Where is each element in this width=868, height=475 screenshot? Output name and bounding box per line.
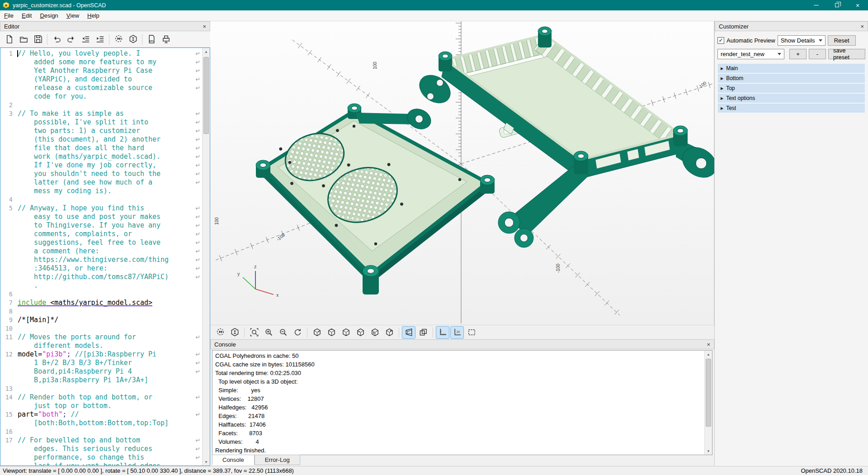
- save-preset-button[interactable]: save preset: [828, 49, 865, 59]
- add-preset-button[interactable]: +: [789, 49, 807, 59]
- code-row: :3464513, or here:↵: [0, 264, 202, 273]
- zoom-out-button[interactable]: [276, 326, 290, 339]
- section-test[interactable]: ▶Test: [718, 104, 865, 113]
- view-top-button[interactable]: [325, 326, 338, 339]
- editor-scrollbar-thumb[interactable]: [203, 57, 209, 134]
- line-number: 2: [0, 101, 18, 109]
- indent-button[interactable]: [93, 33, 107, 46]
- menu-item-help[interactable]: Help: [83, 10, 104, 21]
- preset-dropdown[interactable]: render_test_new: [717, 49, 784, 59]
- view-all-button[interactable]: [465, 326, 478, 339]
- wrap-indicator-icon: ↵: [194, 204, 202, 213]
- open-file-button[interactable]: [16, 33, 31, 46]
- remove-preset-button[interactable]: -: [809, 49, 826, 59]
- wrap-indicator-icon: ↵: [194, 152, 202, 161]
- customizer-close-icon[interactable]: ×: [860, 23, 864, 30]
- show-axes-button[interactable]: [436, 326, 449, 339]
- perspective-button[interactable]: [402, 326, 415, 339]
- line-number: [0, 75, 18, 84]
- section-text-options[interactable]: ▶Text options: [718, 94, 865, 103]
- tab-error-log[interactable]: Error-Log: [255, 455, 300, 465]
- code-row: release a customizable source↵: [0, 84, 202, 92]
- view-left-button[interactable]: [354, 326, 367, 339]
- preview-button[interactable]: [111, 33, 126, 46]
- unindent-button[interactable]: [78, 33, 93, 46]
- console-scrollbar[interactable]: ▲ ▼: [704, 351, 712, 455]
- orthogonal-button[interactable]: [416, 326, 430, 339]
- svg-text:-100: -100: [275, 232, 286, 242]
- view-back-button[interactable]: [382, 326, 396, 339]
- show-scale-markers-button[interactable]: 10: [450, 326, 464, 339]
- menu-item-file[interactable]: File: [0, 10, 18, 21]
- show-details-dropdown[interactable]: Show Details: [778, 35, 826, 46]
- line-number: [0, 230, 18, 238]
- view-bottom-button[interactable]: [339, 326, 353, 339]
- send-to-printer-button[interactable]: [159, 33, 173, 46]
- code-row: If I've done my job correctly,↵: [0, 161, 202, 170]
- code-row: just top or bottom.: [0, 402, 202, 410]
- tab-console[interactable]: Console: [212, 455, 255, 465]
- new-file-button[interactable]: [2, 33, 16, 46]
- redo-button[interactable]: [64, 33, 78, 46]
- export-stl-button[interactable]: STL: [144, 33, 159, 46]
- editor-scrollbar[interactable]: ▲ ▼: [202, 48, 210, 466]
- zoom-all-button[interactable]: [247, 326, 261, 339]
- console-line: CGAL cache size in bytes: 101158560: [215, 360, 702, 369]
- toolbar-separator: [109, 34, 109, 45]
- close-button[interactable]: ×: [847, 0, 868, 10]
- editor-close-icon[interactable]: ×: [203, 23, 206, 30]
- section-bottom[interactable]: ▶Bottom: [718, 74, 865, 83]
- wrap-indicator-icon: ↵: [194, 359, 202, 367]
- code-row: code for you.: [0, 92, 202, 101]
- view-front-button[interactable]: [368, 326, 382, 339]
- code-row: 1 B+/2 B/3 B/3 B+/Tinker↵: [0, 359, 202, 367]
- window-title: yarpic_customizer.scad - OpenSCAD: [13, 2, 106, 9]
- svg-text:z: z: [254, 264, 257, 269]
- console-line: Total rendering time: 0:02:25.030: [215, 369, 702, 377]
- scroll-down-icon[interactable]: ▼: [705, 447, 712, 455]
- line-number: 5: [0, 204, 18, 213]
- preview-button[interactable]: [213, 326, 227, 339]
- reset-view-button[interactable]: [291, 326, 304, 339]
- line-number: [0, 256, 18, 264]
- console-line: Rendering finished.: [215, 446, 702, 455]
- line-number: [0, 419, 18, 428]
- section-main[interactable]: ▶Main: [718, 64, 865, 73]
- code-row: 17// For bevelled top and bottom↵: [0, 436, 202, 445]
- code-row: http://github.com/tomsc87/YARPiC)↵: [0, 273, 202, 281]
- line-number: [0, 359, 18, 367]
- menu-item-design[interactable]: Design: [36, 10, 62, 21]
- code-row: 10: [0, 324, 202, 333]
- line-number: 13: [0, 385, 18, 393]
- console-scrollbar-thumb[interactable]: [706, 359, 711, 427]
- restore-button[interactable]: [826, 0, 847, 10]
- wrap-indicator-icon: ↵: [194, 333, 202, 342]
- code-editor[interactable]: 1// Hello, you lovely people. I↵ added s…: [0, 48, 210, 466]
- line-number: [0, 342, 18, 350]
- svg-text:STL: STL: [149, 40, 154, 43]
- automatic-preview-checkbox[interactable]: ✓: [717, 37, 724, 44]
- menu-item-edit[interactable]: Edit: [18, 10, 36, 21]
- wrap-indicator-icon: ↵: [194, 264, 202, 273]
- console-close-icon[interactable]: ×: [707, 341, 710, 348]
- automatic-preview-label: Automatic Preview: [726, 37, 775, 44]
- minimize-button[interactable]: [806, 0, 826, 10]
- code-row: 3// To make it as simple as↵: [0, 109, 202, 118]
- reset-button[interactable]: Reset: [828, 35, 856, 46]
- code-row: B,pi3a:Raspberry Pi 1A+/3A+]: [0, 376, 202, 385]
- line-number: [0, 445, 18, 453]
- view-right-button[interactable]: [310, 326, 324, 339]
- zoom-in-button[interactable]: [262, 326, 275, 339]
- render-button[interactable]: [228, 326, 241, 339]
- menu-item-view[interactable]: View: [62, 10, 83, 21]
- 3d-viewport[interactable]: 100100-100-100100: [210, 21, 714, 325]
- scroll-down-icon[interactable]: ▼: [203, 458, 210, 466]
- scroll-up-icon[interactable]: ▲: [705, 351, 712, 358]
- section-top[interactable]: ▶Top: [718, 84, 865, 93]
- render-button[interactable]: [126, 33, 140, 46]
- wrap-indicator-icon: ↵: [194, 393, 202, 402]
- undo-button[interactable]: [49, 33, 64, 46]
- save-file-button[interactable]: [31, 33, 45, 46]
- line-number: [0, 170, 18, 178]
- scroll-up-icon[interactable]: ▲: [203, 48, 210, 55]
